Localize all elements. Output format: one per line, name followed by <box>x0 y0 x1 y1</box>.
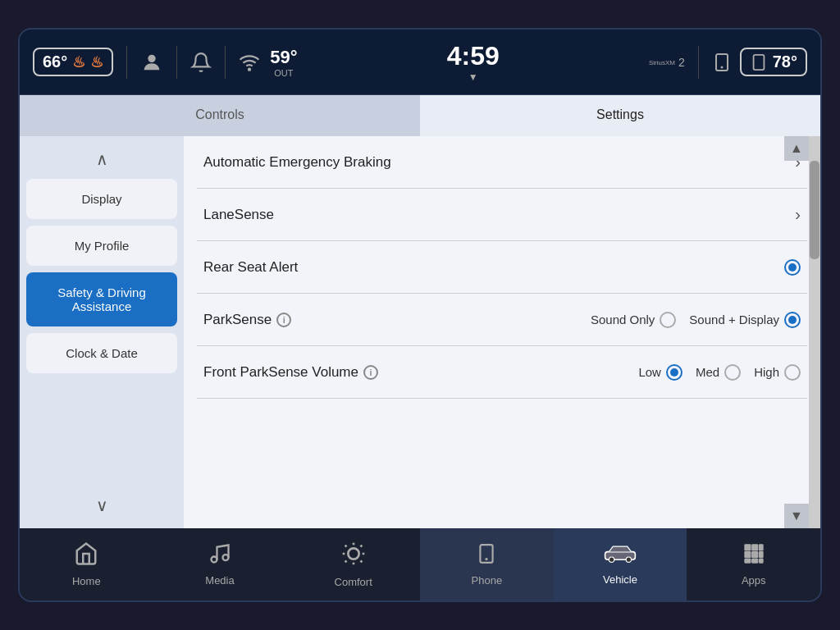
nav-item-vehicle[interactable]: Vehicle <box>554 528 687 600</box>
svg-rect-14 <box>744 544 751 550</box>
info-icon-front-parksense[interactable]: i <box>363 365 378 380</box>
svg-rect-21 <box>751 559 758 564</box>
wifi-icon[interactable] <box>239 52 260 73</box>
divider4 <box>698 46 699 79</box>
svg-point-13 <box>626 557 631 562</box>
settings-list: Automatic Emergency Braking › LaneSense … <box>184 136 820 528</box>
svg-rect-22 <box>759 559 764 564</box>
svg-rect-17 <box>744 551 751 558</box>
rear-seat-radio[interactable] <box>784 259 801 276</box>
bottom-nav: Home Media Comfort <box>20 528 820 600</box>
divider3 <box>225 46 226 79</box>
seat-heat-icon2: ♨ <box>90 53 103 71</box>
sidebar-item-display[interactable]: Display <box>26 179 177 219</box>
svg-rect-5 <box>753 54 764 69</box>
sidebar-item-safety-driving[interactable]: Safety & Driving Assistance <box>26 272 177 326</box>
med-radio[interactable] <box>724 364 741 381</box>
table-row[interactable]: LaneSense › <box>197 189 807 241</box>
nav-label-phone: Phone <box>472 574 503 587</box>
svg-rect-15 <box>751 544 758 550</box>
row-label-parksense: ParkSense i <box>203 312 581 328</box>
status-bar: 66° ♨ ♨ 59° OUT 4:59 ▼ <box>20 30 820 95</box>
svg-point-8 <box>348 548 358 559</box>
sidebar-up-arrow[interactable]: ∧ <box>26 146 177 172</box>
temp-right-value: 78° <box>773 52 797 71</box>
table-row[interactable]: Automatic Emergency Braking › <box>197 136 807 189</box>
svg-rect-20 <box>744 559 751 564</box>
settings-list-inner: Automatic Emergency Braking › LaneSense … <box>184 136 820 528</box>
clock-display[interactable]: 4:59 ▼ <box>308 41 639 83</box>
content-area: ∧ Display My Profile Safety & Driving As… <box>20 136 820 528</box>
right-icons: 78° <box>712 48 807 76</box>
nav-item-comfort[interactable]: Comfort <box>286 528 420 600</box>
clock-arrow: ▼ <box>308 71 639 83</box>
sound-display-radio[interactable] <box>784 312 801 328</box>
table-row[interactable]: Front ParkSense Volume i Low Med <box>197 346 807 399</box>
main-screen: 66° ♨ ♨ 59° OUT 4:59 ▼ <box>18 28 822 602</box>
svg-rect-18 <box>751 551 758 558</box>
svg-text:SiriusXM: SiriusXM <box>649 59 675 66</box>
table-row[interactable]: Rear Seat Alert <box>197 241 807 294</box>
scroll-down-button[interactable]: ▼ <box>784 504 809 528</box>
outdoor-temp-value: 59° <box>270 47 297 68</box>
volume-med[interactable]: Med <box>696 364 741 381</box>
phone-nav-icon <box>476 542 497 571</box>
nav-item-home[interactable]: Home <box>20 528 153 600</box>
comfort-icon <box>340 541 367 573</box>
tab-controls[interactable]: Controls <box>20 95 420 136</box>
sound-only-radio[interactable] <box>660 312 676 328</box>
svg-point-6 <box>212 557 217 563</box>
sidebar-item-my-profile[interactable]: My Profile <box>26 226 177 266</box>
profile-icon[interactable] <box>140 51 163 74</box>
svg-point-7 <box>223 555 229 560</box>
sidebar: ∧ Display My Profile Safety & Driving As… <box>20 136 184 528</box>
row-label-front-parksense: Front ParkSense Volume i <box>203 364 628 381</box>
row-label-lanesense: LaneSense <box>203 207 785 223</box>
nav-item-phone[interactable]: Phone <box>420 528 554 600</box>
scroll-thumb <box>810 161 819 259</box>
tabs: Controls Settings <box>20 95 820 136</box>
svg-point-1 <box>249 68 250 70</box>
sirius-info: SiriusXM 2 <box>649 54 685 71</box>
seat-heat-icon: ♨ <box>72 53 85 71</box>
volume-radio-group: Low Med High <box>638 364 801 381</box>
sirius-channel: 2 <box>678 56 685 69</box>
svg-point-12 <box>609 557 614 562</box>
info-icon-parksense[interactable]: i <box>276 313 291 327</box>
home-icon <box>73 541 99 572</box>
volume-high[interactable]: High <box>754 364 801 381</box>
clock-time: 4:59 <box>308 41 639 71</box>
tab-settings[interactable]: Settings <box>420 95 820 136</box>
outdoor-temp-label: OUT <box>274 68 293 78</box>
temp-left-display[interactable]: 66° ♨ ♨ <box>33 48 113 76</box>
phone-icon[interactable] <box>712 52 732 72</box>
high-radio[interactable] <box>784 364 801 381</box>
row-label-rear-seat: Rear Seat Alert <box>203 259 774 276</box>
nav-label-media: Media <box>205 574 234 587</box>
sidebar-item-clock-date[interactable]: Clock & Date <box>26 333 177 373</box>
temp-right-display[interactable]: 78° <box>740 48 807 76</box>
divider1 <box>126 46 127 79</box>
bell-icon[interactable] <box>190 52 212 73</box>
nav-label-apps: Apps <box>742 574 766 587</box>
divider2 <box>176 46 177 79</box>
chevron-right-icon: › <box>795 205 801 224</box>
nav-label-home: Home <box>72 575 101 587</box>
parksense-sound-only[interactable]: Sound Only <box>591 312 676 328</box>
parksense-sound-display[interactable]: Sound + Display <box>689 312 801 328</box>
nav-item-media[interactable]: Media <box>153 528 287 600</box>
nav-label-vehicle: Vehicle <box>603 573 637 586</box>
volume-low[interactable]: Low <box>638 364 682 381</box>
nav-item-apps[interactable]: Apps <box>687 528 820 600</box>
sidebar-down-arrow[interactable]: ∨ <box>26 492 177 518</box>
music-icon <box>208 542 231 571</box>
nav-label-comfort: Comfort <box>335 576 372 588</box>
scroll-up-button[interactable]: ▲ <box>784 136 809 161</box>
temp-left-value: 66° <box>43 52 67 71</box>
main-content: Controls Settings ∧ Display My Profile <box>20 95 820 528</box>
table-row[interactable]: ParkSense i Sound Only Sound + Display <box>197 294 807 346</box>
svg-rect-16 <box>759 544 764 550</box>
apps-icon <box>742 542 765 571</box>
low-radio[interactable] <box>666 364 682 381</box>
outdoor-temp-display: 59° OUT <box>270 47 297 78</box>
